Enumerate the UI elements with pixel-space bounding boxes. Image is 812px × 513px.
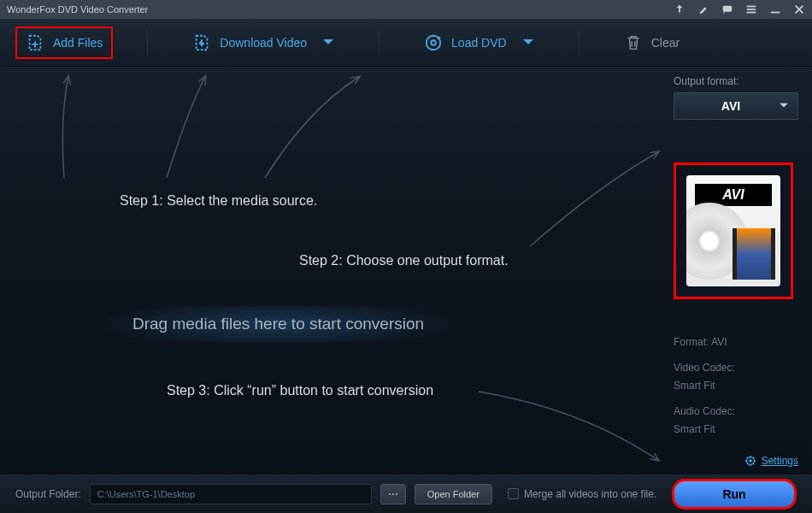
svg-rect-3 [747,12,756,14]
drag-hint-text: Drag media files here to start conversio… [107,306,450,342]
settings-link[interactable]: Settings [674,455,798,467]
output-format-dropdown[interactable]: AVI [674,92,798,120]
download-video-button[interactable]: Download Video [182,27,344,59]
chevron-down-icon [322,38,334,47]
bottom-bar: Output Folder: ⋯ Open Folder Merge all v… [0,474,812,513]
minimize-icon[interactable] [769,3,781,15]
avi-file-icon: AVI [686,175,780,286]
step-2-text: Step 2: Choose one output format. [299,253,509,268]
output-panel: Output format: AVI AVI Format: AVI Video… [667,67,812,474]
output-format-label: Output format: [674,75,798,87]
main-area: Step 1: Select the media source. Step 2:… [0,67,812,474]
format-info: Format: AVI Video Codec:Smart Fit Audio … [674,333,798,439]
titlebar-controls [674,3,805,15]
settings-label: Settings [762,455,798,467]
merge-checkbox[interactable] [508,488,519,499]
chevron-down-icon [779,103,789,109]
window-title: WonderFox DVD Video Converter [7,4,674,15]
step-3-text: Step 3: Click “run” button to start conv… [167,383,433,398]
load-dvd-label: Load DVD [451,36,507,50]
divider [147,30,148,56]
menu-icon[interactable] [745,3,757,15]
dvd-icon [424,33,443,52]
toolbar: Add Files Download Video Load DVD Clear [0,19,812,67]
close-icon[interactable] [793,3,805,15]
browse-button[interactable]: ⋯ [380,484,406,504]
add-files-button[interactable]: Add Files [15,27,113,59]
divider [579,30,580,56]
eyedropper-icon[interactable] [697,3,709,15]
gear-icon [744,455,756,467]
download-video-label: Download Video [220,36,307,50]
add-files-label: Add Files [53,36,103,50]
load-dvd-button[interactable]: Load DVD [414,27,544,59]
clear-button[interactable]: Clear [614,27,690,59]
merge-label: Merge all videos into one file. [524,488,656,500]
chevron-down-icon [522,38,534,47]
trash-icon [624,33,643,52]
titlebar: WonderFox DVD Video Converter [0,0,812,19]
run-button[interactable]: Run [672,479,797,510]
output-folder-label: Output Folder: [15,488,81,500]
svg-point-8 [749,459,752,463]
video-codec-line: Video Codec:Smart Fit [674,359,798,396]
add-file-icon [26,33,44,52]
hint-arrows [0,67,667,474]
film-icon [733,228,775,280]
open-folder-button[interactable]: Open Folder [415,484,492,504]
format-preview[interactable]: AVI [674,162,793,299]
svg-point-6 [431,40,436,45]
format-line: Format: AVI [674,333,798,352]
divider [379,30,380,56]
output-folder-input[interactable] [90,484,372,504]
download-icon [192,33,211,52]
comment-icon[interactable] [721,3,733,15]
svg-rect-2 [747,9,756,10]
audio-codec-line: Audio Codec:Smart Fit [674,403,798,439]
svg-rect-1 [747,6,756,8]
upload-icon[interactable] [674,3,685,15]
drop-zone[interactable]: Step 1: Select the media source. Step 2:… [0,67,667,474]
svg-rect-4 [771,12,780,14]
merge-checkbox-group[interactable]: Merge all videos into one file. [508,488,656,500]
clear-label: Clear [651,36,680,50]
svg-rect-0 [723,6,733,12]
selected-format-label: AVI [721,99,740,113]
step-1-text: Step 1: Select the media source. [120,193,317,209]
